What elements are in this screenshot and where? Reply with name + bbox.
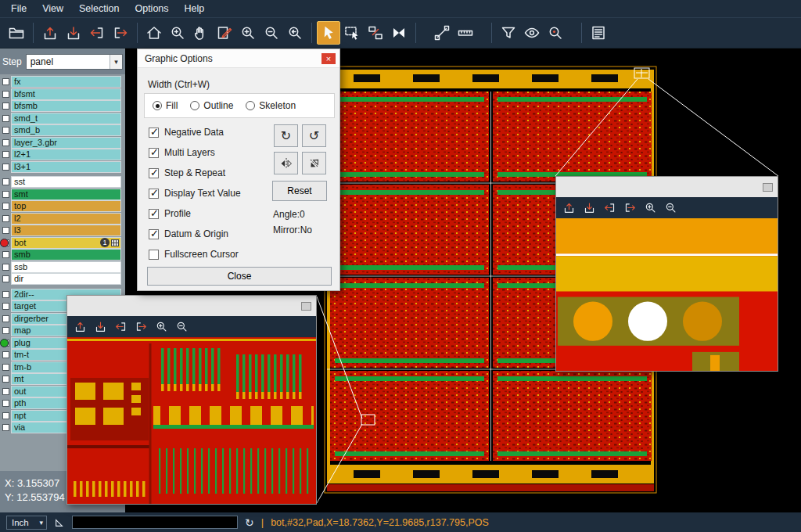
layer-name[interactable]: l3+1 (11, 161, 121, 173)
rotate-ccw-button[interactable]: ↺ (302, 124, 326, 147)
magnifier-window-2[interactable] (555, 176, 778, 372)
layer-visibility-checkbox[interactable] (2, 412, 9, 419)
layer-row[interactable]: top (0, 200, 125, 213)
radio-outline[interactable]: Outline (190, 100, 233, 111)
mirror-diagonal-button[interactable] (302, 152, 326, 174)
refresh-icon[interactable]: ↻ (245, 517, 254, 528)
report-list-button[interactable] (587, 21, 610, 45)
layer-name[interactable]: layer_3.gbr (11, 137, 121, 149)
rotate-cw-button[interactable]: ↻ (274, 124, 298, 147)
layer-row-active[interactable]: bot1 (0, 237, 125, 250)
checkbox-multi-layers[interactable]: Multi Layers (149, 146, 215, 159)
layer-row[interactable]: l2 (0, 213, 125, 225)
mirror-horizontal-button[interactable] (274, 152, 298, 174)
checkbox-box[interactable] (149, 229, 159, 239)
pan-hand-button[interactable] (189, 21, 213, 45)
step-back-button[interactable] (85, 21, 109, 45)
layer-visibility-checkbox[interactable] (2, 388, 9, 395)
layer-name[interactable]: bfsmt (11, 88, 121, 100)
layer-visibility-checkbox[interactable] (2, 215, 9, 222)
chevron-down-icon[interactable]: ▾ (110, 55, 122, 69)
import-down-button[interactable] (580, 200, 598, 217)
layer-visibility-checkbox[interactable] (2, 376, 9, 383)
layer-visibility-checkbox[interactable] (2, 251, 9, 258)
radio-button[interactable] (190, 101, 199, 110)
layer-visibility-checkbox[interactable] (2, 364, 9, 371)
layer-name[interactable]: l2 (11, 213, 121, 225)
magnified-panel-corner-view[interactable] (556, 218, 778, 371)
layer-visibility-checkbox[interactable] (2, 264, 9, 271)
step-back-button[interactable] (600, 200, 619, 217)
layer-row[interactable]: dir (0, 273, 125, 286)
select-cursor-button[interactable] (317, 21, 340, 45)
step-back-button[interactable] (111, 318, 130, 336)
layer-visibility-checkbox[interactable] (2, 151, 9, 158)
menu-file[interactable]: File (3, 2, 34, 16)
magnifier-titlebar[interactable] (67, 296, 316, 316)
layer-name[interactable]: l3 (11, 225, 121, 236)
layer-name[interactable]: dir (11, 273, 121, 285)
filter-button[interactable] (497, 21, 520, 45)
import-down-button[interactable] (91, 318, 110, 336)
layer-visibility-checkbox[interactable] (2, 115, 9, 122)
radio-button[interactable] (246, 101, 255, 110)
unit-combobox[interactable]: Inch ▾ (6, 516, 47, 530)
diagonal-measure-button[interactable] (430, 21, 454, 45)
step-combobox[interactable]: panel ▾ (26, 54, 123, 70)
net-search-button[interactable] (544, 21, 567, 45)
checkbox-box[interactable] (149, 209, 159, 219)
layer-visibility-checkbox[interactable] (2, 351, 9, 358)
layer-visibility-checkbox[interactable] (2, 327, 9, 334)
layer-row[interactable]: bfsmt (0, 88, 125, 101)
select-reference-button[interactable] (364, 21, 387, 45)
view-options-button[interactable] (520, 21, 544, 45)
layer-visibility-checkbox[interactable] (2, 164, 9, 171)
layer-name[interactable]: top (11, 200, 121, 212)
select-window-button[interactable] (340, 21, 364, 45)
layer-visibility-checkbox[interactable] (2, 78, 9, 85)
layer-row[interactable]: smb (0, 249, 125, 261)
layer-row[interactable]: fx (0, 76, 125, 88)
layer-name[interactable]: l2+1 (11, 149, 121, 160)
layer-row[interactable]: bfsmb (0, 100, 125, 113)
ruler-measure-button[interactable] (454, 21, 477, 45)
layer-row[interactable]: smd_t (0, 113, 125, 125)
radio-fill[interactable]: Fill (153, 100, 178, 111)
layer-visibility-checkbox[interactable] (2, 139, 9, 146)
layer-visibility-checkbox[interactable] (2, 400, 9, 407)
zoom-in-button[interactable] (641, 200, 659, 217)
layer-name[interactable]: ssb (11, 261, 121, 273)
magnifier-window-1[interactable] (66, 295, 317, 505)
layer-visibility-checkbox[interactable] (2, 178, 9, 185)
step-forward-button[interactable] (620, 200, 639, 217)
layer-visibility-checkbox[interactable] (2, 275, 9, 282)
home-view-button[interactable] (142, 21, 166, 45)
checkbox-fullscreen-cursor[interactable]: Fullscreen Cursor (149, 248, 239, 261)
export-up-button[interactable] (38, 21, 62, 45)
layer-visibility-checkbox[interactable] (2, 127, 9, 134)
step-forward-button[interactable] (109, 21, 132, 45)
layer-visibility-checkbox[interactable] (2, 424, 9, 431)
magnifier-titlebar[interactable] (556, 177, 778, 197)
layer-name[interactable]: bot1 (11, 237, 121, 249)
layer-row[interactable]: l3 (0, 225, 125, 237)
radio-skeleton[interactable]: Skeleton (246, 100, 296, 111)
reset-button[interactable]: Reset (272, 181, 327, 201)
magnified-pcb-view[interactable] (67, 337, 316, 504)
radio-button[interactable] (153, 101, 162, 110)
import-down-button[interactable] (62, 21, 85, 45)
layer-name[interactable]: smd_t (11, 113, 121, 124)
zoom-window-button[interactable] (166, 21, 189, 45)
window-restore-button[interactable] (763, 183, 773, 192)
step-forward-button[interactable] (131, 318, 150, 336)
checkbox-display-text-value[interactable]: Display Text Value (149, 187, 241, 200)
layer-visibility-checkbox[interactable] (2, 227, 9, 234)
checkbox-datum-origin[interactable]: Datum & Origin (149, 228, 228, 240)
layer-row[interactable]: l3+1 (0, 161, 125, 174)
layer-name[interactable]: bfsmb (11, 100, 121, 112)
zoom-out-button[interactable] (172, 318, 191, 336)
menu-view[interactable]: View (34, 2, 71, 16)
open-file-button[interactable] (5, 21, 28, 45)
window-restore-button[interactable] (301, 302, 311, 311)
polygon-edit-button[interactable] (213, 21, 236, 45)
